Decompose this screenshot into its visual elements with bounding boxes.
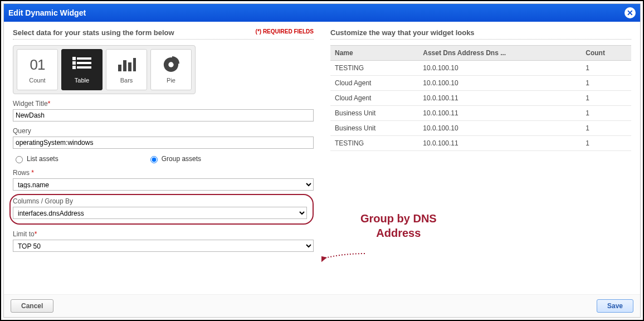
- annotation-callout: Group by DNS Address: [360, 211, 437, 240]
- pie-icon: [163, 56, 179, 74]
- form-panel: Select data for your stats using the for…: [13, 28, 314, 288]
- table-cell: 10.0.100.11: [418, 91, 581, 106]
- svg-rect-7: [123, 60, 126, 71]
- save-button[interactable]: Save: [597, 299, 633, 313]
- bars-icon: [117, 56, 136, 74]
- svg-rect-0: [72, 57, 76, 60]
- table-cell: Business Unit: [330, 121, 418, 136]
- table-icon: [72, 56, 91, 74]
- table-cell: TESTING: [330, 61, 418, 76]
- cancel-button[interactable]: Cancel: [11, 299, 53, 313]
- table-cell: 10.0.100.11: [418, 106, 581, 121]
- table-cell: Cloud Agent: [330, 91, 418, 106]
- table-cell: 1: [581, 76, 631, 91]
- preview-panel: Customize the way that your widget looks…: [330, 28, 631, 288]
- table-cell: 1: [581, 136, 631, 151]
- dialog-footer: Cancel Save: [4, 294, 640, 317]
- rows-select[interactable]: tags.name: [13, 178, 314, 191]
- dialog-title: Edit Dynamic Widget: [8, 8, 86, 17]
- table-row[interactable]: TESTING10.0.100.111: [330, 136, 631, 151]
- svg-point-10: [168, 62, 173, 67]
- widget-title-input[interactable]: [13, 109, 314, 121]
- svg-rect-5: [77, 66, 91, 69]
- chart-type-pie-label: Pie: [167, 77, 175, 84]
- table-cell: Cloud Agent: [330, 76, 418, 91]
- radio-group-assets-input[interactable]: [150, 156, 158, 163]
- table-row[interactable]: Business Unit10.0.100.101: [330, 121, 631, 136]
- col-count[interactable]: Count: [581, 46, 631, 61]
- edit-widget-dialog: Edit Dynamic Widget ✕ Select data for yo…: [3, 3, 641, 318]
- table-cell: 10.0.100.10: [418, 121, 581, 136]
- preview-heading: Customize the way that your widget looks: [330, 28, 631, 37]
- rows-label: Rows *: [13, 169, 314, 177]
- chart-type-bars[interactable]: Bars: [106, 49, 147, 90]
- columns-highlight: Columns / Group By interfaces.dnsAddress: [9, 194, 314, 225]
- svg-rect-3: [77, 62, 91, 64]
- table-cell: 1: [581, 61, 631, 76]
- columns-select[interactable]: interfaces.dnsAddress: [13, 207, 307, 219]
- count-number-icon: 01: [30, 56, 45, 74]
- form-heading: Select data for your stats using the for…: [13, 28, 174, 37]
- col-name[interactable]: Name: [330, 46, 418, 61]
- table-row[interactable]: TESTING10.0.100.101: [330, 61, 631, 76]
- chart-type-pie[interactable]: Pie: [150, 49, 192, 90]
- dialog-titlebar: Edit Dynamic Widget ✕: [4, 4, 640, 22]
- table-cell: 1: [581, 91, 631, 106]
- limit-label: Limit to*: [13, 230, 314, 238]
- table-cell: 10.0.100.10: [418, 76, 581, 91]
- close-button[interactable]: ✕: [625, 7, 636, 18]
- svg-rect-9: [133, 58, 136, 71]
- col-dns[interactable]: Asset Dns Address Dns ...: [418, 46, 581, 61]
- columns-label: Columns / Group By: [13, 197, 307, 205]
- radio-group-assets[interactable]: Group assets: [148, 154, 201, 163]
- table-cell: TESTING: [330, 136, 418, 151]
- table-row[interactable]: Business Unit10.0.100.111: [330, 106, 631, 121]
- svg-rect-6: [118, 65, 121, 71]
- close-icon: ✕: [627, 9, 633, 17]
- query-label: Query: [13, 127, 314, 135]
- table-cell: 1: [581, 121, 631, 136]
- required-fields-note: (*) REQUIRED FIELDS: [256, 28, 314, 35]
- radio-list-assets-input[interactable]: [16, 156, 23, 163]
- svg-rect-1: [77, 57, 91, 60]
- annotation-arrow-icon: [321, 252, 366, 264]
- table-cell: Business Unit: [330, 106, 418, 121]
- table-cell: 1: [581, 106, 631, 121]
- chart-type-selector: 01 Count Table Bars: [13, 45, 196, 94]
- preview-table: Name Asset Dns Address Dns ... Count TES…: [330, 45, 631, 151]
- widget-title-label: Widget Title*: [13, 100, 314, 108]
- chart-type-table-label: Table: [75, 77, 89, 84]
- chart-type-count[interactable]: 01 Count: [17, 49, 58, 90]
- svg-rect-8: [128, 62, 131, 71]
- chart-type-bars-label: Bars: [120, 77, 133, 84]
- table-row[interactable]: Cloud Agent10.0.100.111: [330, 91, 631, 106]
- chart-type-table[interactable]: Table: [61, 49, 103, 90]
- query-input[interactable]: [13, 137, 314, 149]
- table-cell: 10.0.100.11: [418, 136, 581, 151]
- limit-select[interactable]: TOP 50: [13, 240, 314, 252]
- table-row[interactable]: Cloud Agent10.0.100.101: [330, 76, 631, 91]
- table-cell: 10.0.100.10: [418, 61, 581, 76]
- svg-rect-4: [72, 66, 76, 69]
- chart-type-count-label: Count: [29, 77, 45, 84]
- radio-list-assets[interactable]: List assets: [13, 154, 58, 163]
- svg-rect-2: [72, 61, 76, 65]
